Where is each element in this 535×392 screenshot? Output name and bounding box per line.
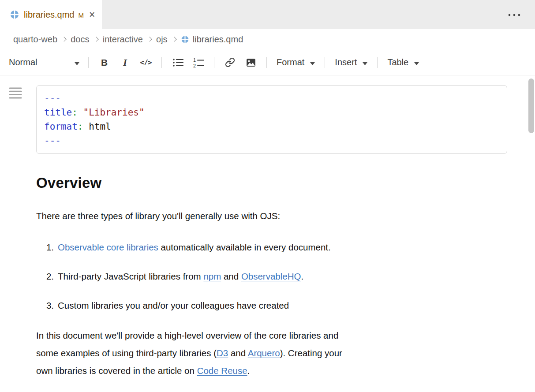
toolbar-separator: [377, 57, 378, 68]
toolbar-separator: [161, 57, 162, 68]
table-menu[interactable]: Table: [383, 54, 423, 71]
svg-text:1: 1: [193, 57, 196, 63]
paragraph-text: In this document we'll provide a high-le…: [36, 330, 338, 340]
breadcrumb-item-docs[interactable]: docs: [71, 34, 89, 45]
close-icon[interactable]: ×: [89, 10, 95, 20]
table-menu-label: Table: [387, 57, 408, 67]
list-item-text: automatically available in every documen…: [158, 242, 331, 252]
chevron-right-icon: [61, 37, 67, 42]
list-item-number: 2.: [36, 269, 54, 284]
format-menu[interactable]: Format: [272, 54, 319, 71]
more-actions-icon[interactable]: [505, 8, 524, 21]
intro-paragraph: There are three types of library you'll …: [36, 209, 535, 223]
paragraph-text: some examples of using third-party libra…: [36, 348, 217, 358]
list-item-number: 1.: [36, 239, 54, 255]
quarto-file-icon: [181, 35, 189, 44]
breadcrumb-item-quarto-web[interactable]: quarto-web: [13, 34, 57, 45]
list-item-text: and: [221, 271, 241, 281]
paragraph-text: own libraries is covered in the article …: [36, 366, 197, 376]
yaml-title-line: title: "Libraries": [44, 105, 499, 119]
tab-filename: libraries.qmd: [24, 10, 74, 20]
paragraph-style-select[interactable]: Normal: [5, 54, 83, 71]
block-drag-handle-icon[interactable]: [9, 87, 22, 101]
yaml-format-line: format: html: [44, 119, 499, 134]
italic-button[interactable]: I: [115, 54, 135, 71]
link-button[interactable]: [220, 54, 240, 71]
link-observable-core-libraries[interactable]: Observable core libraries: [58, 242, 158, 252]
bullet-list-button[interactable]: [167, 54, 188, 71]
list-item-number: 3.: [36, 298, 54, 314]
toolbar-separator: [266, 57, 267, 68]
list-item-text: Custom libraries you and/or your colleag…: [58, 298, 289, 314]
chevron-down-icon: [75, 57, 79, 67]
list-item: 3. Custom libraries you and/or your coll…: [36, 298, 535, 314]
tab-libraries-qmd[interactable]: libraries.qmd M ×: [0, 0, 102, 29]
insert-menu-label: Insert: [335, 57, 357, 67]
link-icon: [225, 57, 235, 67]
chevron-right-icon: [147, 37, 152, 42]
list-item: 2. Third-party JavaScript libraries from…: [36, 269, 535, 284]
quarto-file-icon: [10, 10, 19, 19]
insert-menu[interactable]: Insert: [330, 54, 372, 71]
paragraph-text: .: [247, 366, 250, 376]
link-npm[interactable]: npm: [203, 271, 221, 281]
link-d3[interactable]: D3: [217, 348, 228, 358]
paragraph-style-value: Normal: [9, 57, 37, 67]
svg-text:2: 2: [193, 63, 196, 68]
editor-toolbar: Normal B I </> 1 2: [0, 50, 535, 75]
format-menu-label: Format: [277, 57, 304, 67]
link-code-reuse[interactable]: Code Reuse: [197, 366, 247, 376]
breadcrumb-item-interactive[interactable]: interactive: [103, 34, 143, 45]
chevron-down-icon: [414, 57, 419, 67]
list-item-text: Third-party JavaScript libraries from: [58, 271, 203, 281]
toolbar-separator: [214, 57, 214, 68]
ordered-list-button[interactable]: 1 2: [188, 54, 209, 71]
editor-content[interactable]: --- title: "Libraries" format: html --- …: [0, 75, 535, 392]
modified-badge: M: [78, 11, 84, 19]
link-arquero[interactable]: Arquero: [248, 348, 280, 358]
inline-code-button[interactable]: </>: [135, 54, 156, 71]
ordered-list: 1. Observable core libraries automatical…: [36, 239, 535, 314]
heading-overview: Overview: [36, 174, 535, 192]
yaml-fence: ---: [44, 134, 499, 148]
breadcrumb-item-ojs[interactable]: ojs: [156, 34, 168, 45]
link-observablehq[interactable]: ObservableHQ: [241, 271, 301, 281]
chevron-down-icon: [310, 57, 315, 67]
yaml-fence: ---: [44, 91, 499, 105]
breadcrumb-item-file[interactable]: libraries.qmd: [193, 34, 243, 45]
paragraph-text: and: [228, 348, 247, 358]
ordered-list-icon: 1 2: [193, 57, 204, 68]
list-item: 1. Observable core libraries automatical…: [36, 239, 535, 255]
list-item-text: .: [301, 271, 303, 281]
chevron-down-icon: [363, 57, 367, 67]
toolbar-separator: [88, 57, 89, 68]
chevron-right-icon: [172, 37, 177, 42]
breadcrumb: quarto-web docs interactive ojs librarie…: [0, 29, 535, 50]
image-icon: [245, 57, 256, 68]
tab-bar: libraries.qmd M ×: [0, 0, 535, 29]
scrollbar-thumb[interactable]: [528, 78, 534, 133]
closing-paragraph: In this document we'll provide a high-le…: [36, 327, 535, 380]
chevron-right-icon: [94, 37, 99, 42]
bullet-list-icon: [172, 57, 183, 68]
bold-button[interactable]: B: [94, 54, 115, 71]
toolbar-separator: [325, 57, 325, 68]
yaml-metadata-block[interactable]: --- title: "Libraries" format: html ---: [36, 85, 507, 154]
image-button[interactable]: [240, 54, 261, 71]
paragraph-text: ). Creating your: [280, 348, 342, 358]
